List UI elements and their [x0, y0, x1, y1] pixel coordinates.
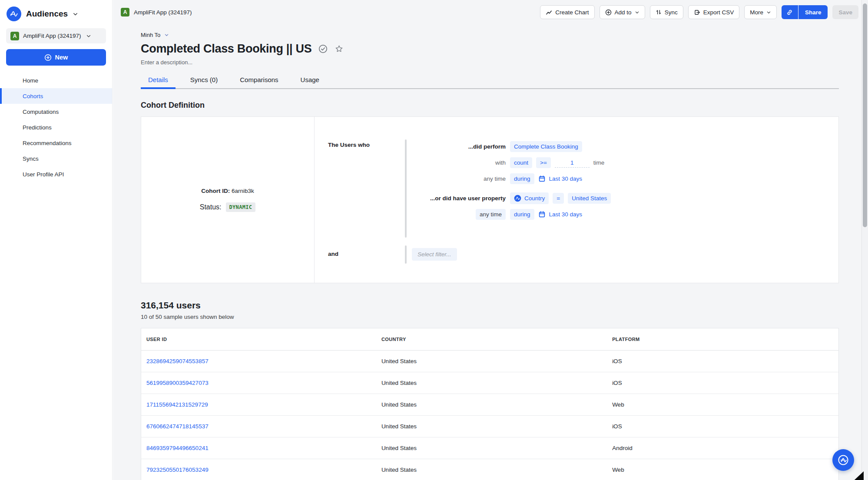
amplitude-help-fab[interactable]: [832, 449, 854, 471]
sidebar-item-computations[interactable]: Computations: [0, 104, 112, 119]
new-button[interactable]: New: [6, 49, 106, 66]
table-row: 5619958900359427073 United States iOS: [141, 372, 838, 394]
cohort-meta-pane: Cohort ID: 6arnib3k Status: DYNAMIC: [141, 117, 315, 283]
create-chart-button[interactable]: Create Chart: [540, 5, 594, 19]
save-button[interactable]: Save: [832, 5, 858, 19]
sidebar-item-syncs[interactable]: Syncs: [0, 151, 112, 166]
sidebar: Audiences A AmpliFit App (324197) New Ho…: [0, 0, 113, 480]
property-value-select[interactable]: United States: [568, 193, 611, 204]
tab-comparisons[interactable]: Comparisons: [232, 72, 285, 88]
sidebar-item-label: Syncs: [23, 156, 39, 162]
sample-users-table: USER ID COUNTRY PLATFORM 232869425907455…: [141, 328, 839, 480]
property-operator-select[interactable]: =: [553, 193, 564, 204]
rules-list: ...did perform Complete Class Booking wi…: [412, 139, 611, 222]
country-cell: United States: [376, 350, 607, 372]
toolbar-project: A AmpliFit App (324197): [121, 8, 192, 17]
user-id-link[interactable]: 7923250550176053249: [146, 467, 209, 473]
link-icon: [786, 9, 793, 16]
sidebar-item-recommendations[interactable]: Recommendations: [0, 135, 112, 151]
and-label: and: [328, 251, 338, 257]
scrollbar-thumb[interactable]: [863, 3, 867, 227]
sidebar-item-home[interactable]: Home: [0, 73, 112, 88]
table-row: 1711556942131529729 United States Web: [141, 394, 838, 415]
tab-bar: Details Syncs (0) Comparisons Usage: [141, 72, 839, 89]
country-cell: United States: [376, 415, 607, 437]
platform-cell: Web: [607, 394, 838, 415]
country-cell: United States: [376, 459, 607, 480]
user-id-link[interactable]: 1711556942131529729: [146, 401, 208, 408]
chevron-down-icon: [73, 11, 78, 17]
add-to-button[interactable]: Add to: [600, 5, 645, 19]
copy-link-button[interactable]: [782, 5, 798, 19]
workspace-switcher[interactable]: Audiences: [0, 0, 112, 25]
owner-dropdown[interactable]: Minh To: [141, 32, 169, 38]
share-button[interactable]: Share: [798, 5, 828, 19]
property-name: Country: [524, 195, 545, 202]
date-range-label: Last 30 days: [549, 175, 583, 182]
calendar-icon: [538, 175, 546, 182]
date-range-picker[interactable]: Last 30 days: [538, 175, 583, 182]
more-button[interactable]: More: [744, 5, 777, 19]
date-range-picker[interactable]: Last 30 days: [538, 211, 583, 218]
star-icon[interactable]: [335, 44, 344, 53]
rule-group-bar: [405, 139, 407, 238]
sidebar-item-predictions[interactable]: Predictions: [0, 119, 112, 135]
user-id-link[interactable]: 2328694259074553857: [146, 358, 209, 364]
sync-arrows-icon: [656, 9, 662, 15]
line-chart-icon: [546, 9, 552, 16]
sync-button[interactable]: Sync: [650, 5, 683, 19]
verify-check-icon[interactable]: [318, 44, 328, 53]
sidebar-item-cohorts[interactable]: Cohorts: [0, 88, 112, 104]
export-csv-button[interactable]: Export CSV: [688, 5, 740, 19]
create-chart-label: Create Chart: [555, 9, 589, 16]
country-cell: United States: [376, 437, 607, 459]
rule-property-time-row: any time during Last 30 days: [412, 206, 611, 222]
save-label: Save: [838, 9, 852, 16]
user-id-link[interactable]: 5619958900359427073: [146, 380, 209, 386]
select-filter-input[interactable]: Select filter...: [412, 248, 457, 261]
during-select[interactable]: during: [510, 173, 534, 184]
count-property-select[interactable]: count: [510, 157, 532, 168]
tab-label: Usage: [301, 76, 319, 83]
table-header-row: USER ID COUNTRY PLATFORM: [141, 328, 838, 350]
count-operator-select[interactable]: >=: [536, 157, 551, 168]
country-cell: United States: [376, 394, 607, 415]
rule-property-row: ...or did have user property Country = U…: [412, 190, 611, 206]
rule-property-label: ...or did have user property: [412, 195, 506, 202]
export-icon: [694, 9, 700, 16]
status-label: Status:: [200, 203, 222, 211]
table-row: 6760662474718145537 United States iOS: [141, 415, 838, 437]
during-select[interactable]: during: [510, 209, 534, 220]
col-header-platform: PLATFORM: [607, 328, 838, 350]
sidebar-item-label: Cohorts: [23, 93, 43, 99]
table-row: 7923250550176053249 United States Web: [141, 459, 838, 480]
new-button-label: New: [55, 54, 68, 61]
page-title[interactable]: Completed Class Booking || US: [141, 42, 311, 56]
sidebar-item-label: Computations: [23, 109, 59, 115]
rule-count-row: with count >= 1 time: [412, 155, 611, 171]
anytime-select[interactable]: any time: [476, 209, 506, 220]
chevron-down-icon: [635, 10, 639, 15]
sidebar-item-user-profile-api[interactable]: User Profile API: [0, 166, 112, 182]
property-select[interactable]: Country: [510, 192, 549, 204]
tab-usage[interactable]: Usage: [293, 72, 327, 88]
col-header-user-id: USER ID: [141, 328, 376, 350]
cohort-rules-pane: The Users who ...did perform Complete Cl…: [315, 117, 838, 283]
event-select[interactable]: Complete Class Booking: [510, 141, 582, 152]
amplitude-logo-icon: [7, 7, 21, 21]
tab-label: Comparisons: [240, 76, 278, 83]
with-label: with: [412, 159, 506, 166]
platform-cell: Web: [607, 459, 838, 480]
user-id-link[interactable]: 6760662474718145537: [146, 423, 209, 430]
count-value-input[interactable]: 1: [555, 158, 590, 168]
app-name: Audiences: [26, 9, 68, 19]
share-split-button: Share: [782, 5, 828, 19]
rule-event-label: ...did perform: [412, 143, 506, 150]
user-id-link[interactable]: 8469359794496650241: [146, 445, 209, 451]
tab-syncs[interactable]: Syncs (0): [183, 72, 225, 88]
sidebar-item-label: User Profile API: [23, 171, 64, 178]
description-placeholder[interactable]: Enter a description...: [141, 59, 839, 66]
project-selector[interactable]: A AmpliFit App (324197): [6, 28, 106, 43]
tab-details[interactable]: Details: [141, 72, 176, 88]
amplitude-property-icon: [514, 195, 521, 202]
